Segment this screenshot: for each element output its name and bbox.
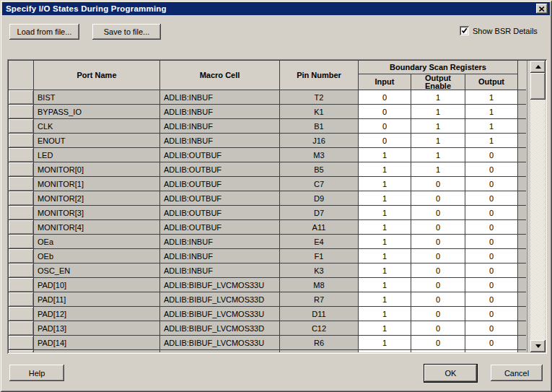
close-button[interactable] — [536, 4, 548, 14]
bsr-output-cell[interactable]: 0 — [465, 162, 518, 177]
bsr-output-enable-cell[interactable]: 0 — [411, 336, 465, 350]
pin-number-cell: E4 — [280, 235, 359, 249]
bsr-input-cell[interactable]: 1 — [359, 321, 411, 336]
bsr-output-enable-cell[interactable]: 1 — [411, 134, 465, 148]
bsr-output-cell[interactable]: 0 — [465, 220, 518, 235]
scroll-down-button[interactable] — [530, 340, 546, 352]
bsr-input-cell[interactable]: 1 — [359, 191, 411, 206]
bsr-output-cell[interactable]: 1 — [465, 134, 518, 148]
port-name-cell: MONITOR[3] — [34, 206, 160, 220]
output-enable-header[interactable]: Output Enable — [411, 74, 465, 90]
bsr-output-enable-cell[interactable]: 1 — [411, 90, 465, 105]
scroll-down-arrow-icon — [535, 344, 541, 348]
bsr-output-enable-cell[interactable]: 1 — [411, 162, 465, 177]
bsr-output-cell[interactable]: 0 — [465, 206, 518, 220]
bsr-output-cell[interactable]: 0 — [465, 336, 518, 350]
input-header[interactable]: Input — [359, 74, 411, 90]
bsr-output-cell[interactable]: 0 — [465, 177, 518, 191]
bsr-output-cell[interactable]: 0 — [465, 292, 518, 307]
vertical-scrollbar[interactable] — [530, 61, 546, 352]
pin-number-header[interactable]: Pin Number — [280, 61, 359, 90]
bsr-input-cell[interactable]: 1 — [359, 235, 411, 249]
macro-cell-header[interactable]: Macro Cell — [160, 61, 280, 90]
bsr-output-cell[interactable]: 0 — [465, 148, 518, 162]
bsr-input-cell[interactable]: 1 — [359, 162, 411, 177]
bsr-input-cell[interactable]: 1 — [359, 336, 411, 350]
bsr-output-cell[interactable]: 0 — [465, 263, 518, 278]
bsr-output-cell[interactable]: 0 — [465, 321, 518, 336]
bsr-output-cell[interactable]: 1 — [465, 119, 518, 134]
bsr-output-enable-cell[interactable]: 0 — [411, 177, 465, 191]
bsr-output-cell[interactable]: 0 — [465, 278, 518, 292]
checkmark-icon — [461, 27, 468, 34]
row-selector-cell[interactable] — [9, 321, 34, 336]
row-selector-cell[interactable] — [9, 148, 34, 162]
bsr-output-enable-cell[interactable]: 0 — [411, 350, 465, 352]
cancel-button[interactable]: Cancel — [491, 365, 543, 381]
help-button[interactable]: Help — [9, 365, 64, 381]
row-selector-cell[interactable] — [9, 206, 34, 220]
output-header[interactable]: Output — [465, 74, 518, 90]
bsr-output-enable-cell[interactable]: 1 — [411, 119, 465, 134]
titlebar[interactable]: Specify I/O States During Programming — [2, 2, 550, 15]
bsr-input-cell[interactable]: 0 — [359, 90, 411, 105]
ok-button[interactable]: OK — [424, 364, 478, 383]
bsr-output-cell[interactable]: 1 — [465, 90, 518, 105]
bsr-output-cell[interactable]: 0 — [465, 191, 518, 206]
save-to-file-button[interactable]: Save to file... — [92, 24, 161, 40]
load-from-file-button[interactable]: Load from file... — [9, 24, 79, 40]
bsr-input-cell[interactable]: 1 — [359, 278, 411, 292]
bsr-output-enable-cell[interactable]: 0 — [411, 263, 465, 278]
bsr-input-cell[interactable]: 0 — [359, 105, 411, 119]
port-name-header[interactable]: Port Name — [34, 61, 160, 90]
bsr-output-enable-cell[interactable]: 1 — [411, 105, 465, 119]
row-selector-cell[interactable] — [9, 350, 34, 352]
bsr-input-cell[interactable]: 1 — [359, 220, 411, 235]
bsr-output-cell[interactable]: 1 — [465, 105, 518, 119]
checkbox-box[interactable] — [460, 26, 469, 35]
bsr-input-cell[interactable]: 1 — [359, 249, 411, 263]
row-selector-cell[interactable] — [9, 105, 34, 119]
bsr-input-cell[interactable]: 0 — [359, 119, 411, 134]
bsr-input-cell[interactable]: 1 — [359, 350, 411, 352]
bsr-output-enable-cell[interactable]: 0 — [411, 235, 465, 249]
bsr-output-enable-cell[interactable]: 1 — [411, 148, 465, 162]
row-selector-cell[interactable] — [9, 235, 34, 249]
bsr-output-cell[interactable]: 0 — [465, 235, 518, 249]
bsr-input-cell[interactable]: 1 — [359, 263, 411, 278]
bsr-output-enable-cell[interactable]: 0 — [411, 249, 465, 263]
row-selector-cell[interactable] — [9, 249, 34, 263]
bsr-output-enable-cell[interactable]: 0 — [411, 307, 465, 321]
bsr-output-enable-cell[interactable]: 0 — [411, 321, 465, 336]
table-row: PAD[11] ADLIB:BIBUF_LVCMOS33D R7 1 0 0 — [9, 292, 527, 307]
row-selector-cell[interactable] — [9, 263, 34, 278]
scroll-up-button[interactable] — [530, 61, 546, 73]
bsr-output-enable-cell[interactable]: 0 — [411, 220, 465, 235]
row-selector-cell[interactable] — [9, 336, 34, 350]
bsr-output-enable-cell[interactable]: 0 — [411, 191, 465, 206]
row-selector-cell[interactable] — [9, 177, 34, 191]
row-selector-cell[interactable] — [9, 307, 34, 321]
bsr-input-cell[interactable]: 1 — [359, 292, 411, 307]
bsr-input-cell[interactable]: 0 — [359, 134, 411, 148]
row-selector-cell[interactable] — [9, 220, 34, 235]
row-selector-cell[interactable] — [9, 162, 34, 177]
row-selector-cell[interactable] — [9, 119, 34, 134]
row-selector-cell[interactable] — [9, 90, 34, 105]
bsr-output-enable-cell[interactable]: 0 — [411, 278, 465, 292]
row-selector-cell[interactable] — [9, 292, 34, 307]
row-selector-cell[interactable] — [9, 278, 34, 292]
scrollbar-thumb[interactable] — [530, 73, 546, 100]
row-selector-cell[interactable] — [9, 134, 34, 148]
bsr-input-cell[interactable]: 1 — [359, 307, 411, 321]
bsr-input-cell[interactable]: 1 — [359, 206, 411, 220]
bsr-output-cell[interactable]: 0 — [465, 307, 518, 321]
bsr-output-enable-cell[interactable]: 0 — [411, 292, 465, 307]
row-selector-cell[interactable] — [9, 191, 34, 206]
bsr-input-cell[interactable]: 1 — [359, 177, 411, 191]
bsr-output-enable-cell[interactable]: 0 — [411, 206, 465, 220]
bsr-output-cell[interactable]: 0 — [465, 249, 518, 263]
show-bsr-details-checkbox[interactable]: Show BSR Details — [460, 26, 538, 35]
bsr-output-cell[interactable]: 0 — [465, 350, 518, 352]
bsr-input-cell[interactable]: 1 — [359, 148, 411, 162]
